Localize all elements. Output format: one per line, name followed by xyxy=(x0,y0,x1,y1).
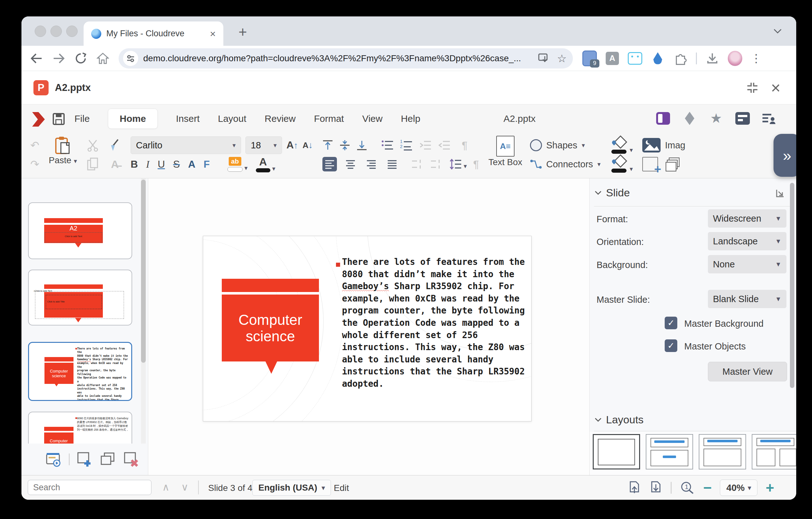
current-slide[interactable]: Computer science There are lots of featu… xyxy=(203,236,531,421)
users-list-icon[interactable] xyxy=(761,111,777,126)
slide-thumbnail-2[interactable]: ▪Click to add Text Click to add Title xyxy=(28,270,132,326)
slide-thumbnail-3-selected[interactable]: Computer science There are lots of featu… xyxy=(28,342,132,401)
browser-tab[interactable]: My Files - Cloudreve × xyxy=(84,22,223,46)
menu-help[interactable]: Help xyxy=(401,109,420,129)
underline-icon[interactable]: U xyxy=(158,159,165,169)
slide-body-text[interactable]: There are lots of features from the 8080… xyxy=(342,256,531,390)
paragraph-mark-icon[interactable]: ¶ xyxy=(462,140,467,151)
expand-panel-icon[interactable] xyxy=(775,189,785,199)
menu-file[interactable]: File xyxy=(75,109,90,129)
justify-icon[interactable] xyxy=(385,157,399,171)
bold-icon[interactable]: B xyxy=(130,159,138,169)
profile-avatar[interactable] xyxy=(728,51,742,66)
undo-icon[interactable]: ↶ xyxy=(30,140,39,151)
water-drop-icon[interactable] xyxy=(650,51,665,66)
numbering-icon[interactable]: 12 xyxy=(400,140,413,151)
orientation-select[interactable]: Landscape▼ xyxy=(708,232,786,250)
add-slide-icon[interactable] xyxy=(77,452,93,467)
tab-close-icon[interactable]: × xyxy=(210,29,216,39)
format-painter-icon[interactable] xyxy=(109,138,121,152)
delete-slide-icon[interactable] xyxy=(123,452,140,467)
favorites-star-icon[interactable]: ★ xyxy=(708,111,724,126)
image-button[interactable]: Image xyxy=(642,136,685,155)
new-tab-button[interactable]: + xyxy=(238,23,247,40)
strikethrough-icon[interactable]: S xyxy=(173,159,180,169)
menu-layout[interactable]: Layout xyxy=(218,109,246,129)
align-right-icon[interactable] xyxy=(364,157,379,171)
copy-icon[interactable] xyxy=(86,157,99,171)
extension-a-icon[interactable]: A xyxy=(605,51,619,66)
slide-fill-button[interactable]: ▾ xyxy=(610,137,633,154)
zoom-window-button[interactable] xyxy=(66,26,78,37)
about-card-icon[interactable] xyxy=(735,111,750,126)
title-shape-top-bar[interactable] xyxy=(222,279,319,292)
master-objects-checkbox[interactable]: ✓ xyxy=(665,339,677,352)
align-center-icon[interactable] xyxy=(343,157,358,171)
reload-icon[interactable] xyxy=(75,52,87,65)
back-icon[interactable] xyxy=(30,52,43,65)
close-window-button[interactable] xyxy=(35,26,46,37)
shape-fill-button[interactable]: ▾ xyxy=(610,156,633,173)
start-slideshow-icon[interactable] xyxy=(46,452,62,467)
hide-toolbar-icon[interactable] xyxy=(656,111,671,126)
insert-placeholder-icon[interactable]: + xyxy=(642,157,658,171)
line-spacing-button[interactable]: ▾ xyxy=(449,159,467,170)
site-settings-icon[interactable] xyxy=(123,51,138,66)
extension-icon[interactable]: 9 xyxy=(582,51,597,66)
minimize-window-button[interactable] xyxy=(51,26,62,37)
title-shape[interactable]: Computer science xyxy=(222,295,319,361)
tab-search-chevron-icon[interactable] xyxy=(772,27,783,36)
layout-title-box[interactable] xyxy=(699,434,746,469)
format-select[interactable]: Widescreen▼ xyxy=(708,209,786,228)
text-direction-icon[interactable]: ¶ xyxy=(473,159,479,169)
valign-middle-icon[interactable] xyxy=(340,140,350,151)
thumbnail-scrollbar-thumb[interactable] xyxy=(141,180,146,363)
zoom-in-icon[interactable]: + xyxy=(765,481,774,495)
master-slide-select[interactable]: Blank Slide▼ xyxy=(708,290,786,308)
more-toolbar-button[interactable]: » xyxy=(774,134,796,177)
decrease-font-icon[interactable]: A↓ xyxy=(302,140,313,150)
move-down-icon[interactable] xyxy=(430,159,443,170)
slide-section-header[interactable]: Slide xyxy=(594,187,630,199)
layout-two-content[interactable] xyxy=(752,434,796,469)
connectors-button[interactable]: Connectors▾ xyxy=(530,155,601,174)
menu-home[interactable]: Home xyxy=(108,109,157,129)
downloads-icon[interactable] xyxy=(705,51,720,66)
clear-format-icon[interactable]: A̶ xyxy=(111,159,119,169)
language-select[interactable]: English (USA)▾ xyxy=(252,480,331,496)
text-box-button[interactable]: A≡ Text Box xyxy=(488,136,522,167)
slide-canvas[interactable]: Computer science There are lots of featu… xyxy=(148,179,589,475)
zoom-out-icon[interactable]: − xyxy=(703,481,712,495)
menu-insert[interactable]: Insert xyxy=(176,109,200,129)
search-input[interactable] xyxy=(28,480,151,495)
italic-icon[interactable]: I xyxy=(146,159,149,169)
fit-width-icon[interactable] xyxy=(649,481,663,495)
increase-font-icon[interactable]: A↑ xyxy=(286,140,298,151)
font-name-select[interactable]: Carlito▾ xyxy=(130,136,241,154)
slide-thumbnail-1[interactable]: A2 Click to add Text xyxy=(28,202,132,259)
increase-indent-icon[interactable] xyxy=(438,140,451,151)
subscript-icon[interactable]: F xyxy=(203,159,210,169)
install-app-icon[interactable] xyxy=(537,53,550,64)
menu-review[interactable]: Review xyxy=(265,109,296,129)
menu-format[interactable]: Format xyxy=(314,109,344,129)
search-prev-icon[interactable]: ∧ xyxy=(162,481,169,493)
menu-view[interactable]: View xyxy=(362,109,382,129)
browser-menu-icon[interactable]: ⋮ xyxy=(751,52,762,65)
background-select[interactable]: None▼ xyxy=(708,255,786,273)
master-view-button[interactable]: Master View xyxy=(708,362,787,381)
paste-button[interactable]: Paste ▾ xyxy=(49,136,77,165)
decrease-indent-icon[interactable] xyxy=(419,140,432,151)
bullets-icon[interactable] xyxy=(381,140,394,151)
move-up-icon[interactable] xyxy=(411,159,424,170)
duplicate-slide-icon[interactable] xyxy=(100,452,116,467)
zoom-level-select[interactable]: 40%▾ xyxy=(720,480,757,496)
font-size-select[interactable]: 18▾ xyxy=(245,136,282,154)
redo-icon[interactable]: ↷ xyxy=(30,159,39,169)
layout-title-content[interactable] xyxy=(646,434,693,469)
cut-icon[interactable] xyxy=(86,139,99,152)
bilibili-icon[interactable] xyxy=(628,51,642,66)
search-next-icon[interactable]: ∨ xyxy=(181,481,188,493)
zoom-100-icon[interactable]: 1 xyxy=(680,481,695,495)
forward-icon[interactable] xyxy=(52,52,65,65)
